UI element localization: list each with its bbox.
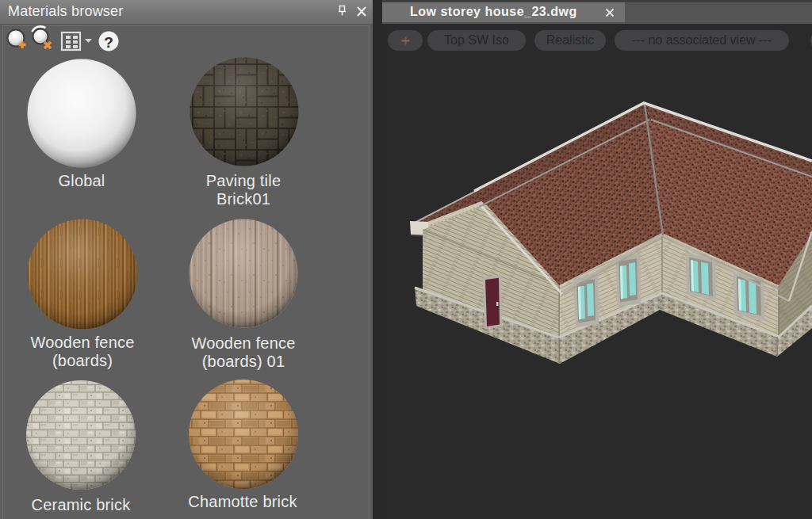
- svg-text:Wooden fence: Wooden fence: [191, 334, 295, 352]
- svg-text:Global: Global: [58, 172, 105, 189]
- svg-text:(boards): (boards): [52, 352, 113, 369]
- svg-text:Brick01: Brick01: [216, 190, 270, 208]
- svg-text:Paving tile: Paving tile: [206, 172, 281, 189]
- svg-text:(boards) 01: (boards) 01: [202, 353, 285, 370]
- svg-text:Wooden fence: Wooden fence: [30, 334, 134, 351]
- svg-text:Ceramic brick: Ceramic brick: [32, 496, 132, 513]
- svg-text:Chamotte brick: Chamotte brick: [188, 493, 297, 510]
